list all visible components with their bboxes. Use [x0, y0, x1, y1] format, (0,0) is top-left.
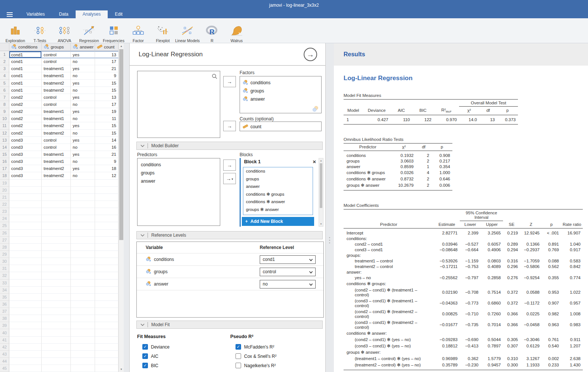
row-number[interactable]: 18	[0, 172, 9, 179]
grid-cell[interactable]	[42, 272, 71, 279]
grid-cell[interactable]	[9, 187, 42, 194]
row-number[interactable]: 29	[0, 251, 9, 258]
grid-cell[interactable]: control	[42, 51, 71, 58]
row-number[interactable]: 33	[0, 280, 9, 287]
grid-cell[interactable]	[95, 222, 118, 229]
grid-cell[interactable]: 15	[95, 80, 118, 87]
grid-cell[interactable]	[71, 301, 95, 308]
grid-cell[interactable]	[9, 287, 42, 294]
checkbox-bic[interactable]: ✓	[142, 363, 148, 368]
add-interaction-menu-button[interactable]: → ▾	[223, 173, 236, 184]
grid-cell[interactable]: no	[71, 144, 95, 151]
grid-cell[interactable]	[9, 180, 42, 187]
grid-cell[interactable]: no	[71, 172, 95, 179]
checkbox-nagelkerke-s-r[interactable]	[235, 363, 241, 368]
grid-cell[interactable]	[9, 230, 42, 237]
grid-cell[interactable]	[95, 365, 118, 372]
grid-cell[interactable]	[9, 265, 42, 272]
grid-cell[interactable]	[95, 287, 118, 294]
grid-cell[interactable]	[9, 308, 42, 315]
grid-cell[interactable]	[42, 251, 71, 258]
grid-cell[interactable]: 15	[95, 122, 118, 129]
grid-cell[interactable]	[42, 237, 71, 244]
row-number[interactable]: 1	[0, 51, 9, 58]
column-header-count[interactable]: count	[95, 43, 118, 51]
grid-cell[interactable]	[9, 344, 42, 351]
tab-analyses[interactable]: Analyses	[76, 10, 108, 18]
grid-cell[interactable]	[9, 222, 42, 229]
tab-edit[interactable]: Edit	[108, 10, 130, 18]
block-term-conditions[interactable]: conditions	[243, 167, 313, 175]
grid-cell[interactable]: no	[71, 87, 95, 94]
grid-cell[interactable]	[71, 265, 95, 272]
grid-cell[interactable]	[95, 258, 118, 265]
grid-cell[interactable]	[42, 358, 71, 365]
grid-cell[interactable]	[71, 315, 95, 322]
ribbon-button-walrus[interactable]: Walrus	[224, 20, 249, 43]
checkbox-row-deviance[interactable]: ✓Deviance	[142, 342, 170, 351]
grid-cell[interactable]	[42, 194, 71, 201]
grid-cell[interactable]: 19	[95, 108, 118, 115]
row-number[interactable]: 8	[0, 101, 9, 108]
grid-cell[interactable]	[71, 322, 95, 329]
grid-cell[interactable]: treatment2	[42, 122, 71, 129]
scroll-down-icon[interactable]: ▼	[319, 222, 323, 226]
grid-cell[interactable]	[9, 358, 42, 365]
grid-cell[interactable]	[9, 280, 42, 287]
grid-corner-cell[interactable]	[0, 43, 9, 51]
grid-cell[interactable]: cond2	[9, 115, 42, 122]
grid-cell[interactable]	[95, 351, 118, 358]
model-fit-section-header[interactable]: Model Fit	[136, 321, 323, 329]
grid-cell[interactable]	[9, 365, 42, 372]
ribbon-button-anova[interactable]: ANOVA	[52, 20, 77, 43]
grid-cell[interactable]	[71, 194, 95, 201]
grid-cell[interactable]: cond1	[9, 72, 42, 79]
row-number[interactable]: 45	[0, 365, 9, 372]
grid-cell[interactable]	[42, 280, 71, 287]
grid-cell[interactable]	[42, 265, 71, 272]
row-number[interactable]: 25	[0, 222, 9, 229]
ribbon-button-factor[interactable]: Factor	[126, 20, 151, 43]
grid-cell[interactable]: yes	[71, 65, 95, 72]
ribbon-button-regression[interactable]: Regression	[77, 20, 101, 43]
grid-cell[interactable]	[9, 244, 42, 251]
row-number[interactable]: 15	[0, 151, 9, 158]
grid-cell[interactable]: 9	[95, 72, 118, 79]
row-number[interactable]: 10	[0, 115, 9, 122]
checkbox-mcfadden-s-r[interactable]: ✓	[235, 344, 241, 350]
grid-cell[interactable]: cond2	[9, 101, 42, 108]
grid-cell[interactable]: treatment2	[42, 130, 71, 137]
grid-cell[interactable]: control	[42, 137, 71, 144]
scrollbar-thumb[interactable]	[119, 49, 123, 240]
grid-cell[interactable]: cond3	[9, 172, 42, 179]
row-number[interactable]: 20	[0, 187, 9, 194]
grid-cell[interactable]: 21	[95, 151, 118, 158]
block-term-answer[interactable]: answer	[243, 183, 313, 190]
grid-cell[interactable]	[9, 215, 42, 222]
row-number[interactable]: 7	[0, 94, 9, 101]
checkbox-cox-snell-s-r[interactable]	[235, 353, 241, 359]
grid-cell[interactable]	[42, 230, 71, 237]
grid-cell[interactable]	[9, 194, 42, 201]
grid-cell[interactable]	[95, 294, 118, 301]
reference-levels-section-header[interactable]: Reference Levels	[136, 231, 323, 239]
row-number[interactable]: 12	[0, 130, 9, 137]
grid-cell[interactable]: 15	[95, 130, 118, 137]
row-number[interactable]: 27	[0, 237, 9, 244]
block-term-list[interactable]: conditionsgroupsanswerconditions ✻ group…	[243, 167, 313, 215]
row-number[interactable]: 11	[0, 122, 9, 129]
grid-cell[interactable]	[71, 208, 95, 215]
grid-cell[interactable]: 13	[95, 51, 118, 58]
checkbox-row-nagelkerke-s-r[interactable]: Nagelkerke's R²	[235, 361, 276, 370]
row-number[interactable]: 26	[0, 230, 9, 237]
grid-cell[interactable]	[71, 201, 95, 208]
scroll-up-icon[interactable]: ▲	[319, 158, 323, 163]
grid-cell[interactable]	[42, 222, 71, 229]
ribbon-button-r[interactable]: RR	[200, 20, 224, 43]
grid-cell[interactable]	[9, 272, 42, 279]
factor-groups[interactable]: agroups	[240, 87, 321, 95]
grid-cell[interactable]	[71, 344, 95, 351]
grid-cell[interactable]	[95, 337, 118, 344]
grid-cell[interactable]	[42, 258, 71, 265]
grid-cell[interactable]	[9, 237, 42, 244]
